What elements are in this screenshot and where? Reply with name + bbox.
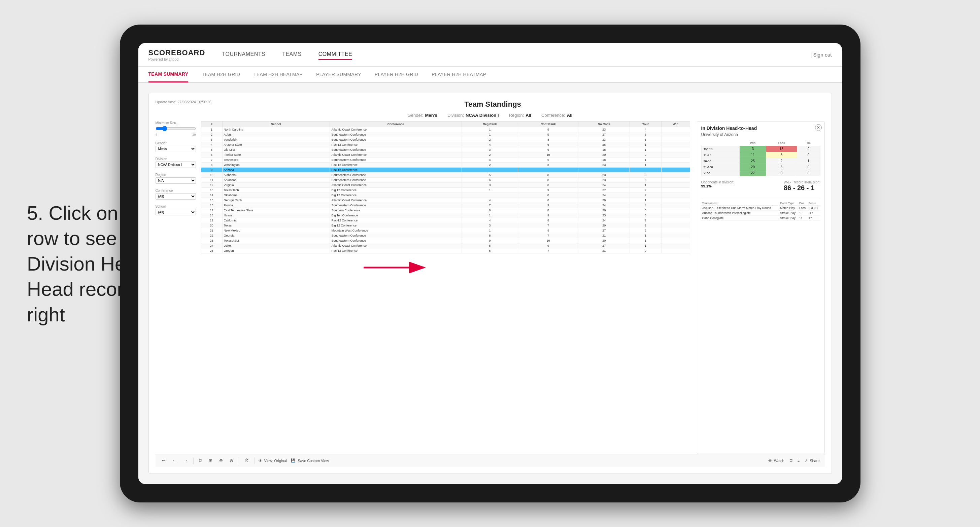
cell-no-rnds: 24 xyxy=(578,193,630,198)
table-row[interactable]: 25 Oregon Pac-12 Conference 5 7 21 0 xyxy=(201,248,690,253)
conference-select[interactable]: (All) xyxy=(156,193,196,200)
col-conf-rank: Conf Rank xyxy=(518,122,578,127)
cell-school: Texas Tech xyxy=(222,188,330,193)
toolbar-minus[interactable]: ⊖ xyxy=(228,457,235,464)
table-row[interactable]: 7 Tennessee Southeastern Conference 4 6 … xyxy=(201,157,690,162)
table-row[interactable]: 13 Texas Tech Big 12 Conference 1 9 27 2 xyxy=(201,188,690,193)
table-row[interactable]: 17 East Tennessee State Southern Confere… xyxy=(201,208,690,213)
toolbar-forward[interactable]: → xyxy=(182,457,189,464)
table-row[interactable]: 20 Texas Big 12 Conference 3 7 20 2 xyxy=(201,223,690,228)
toolbar-grid-icon: ⊡ xyxy=(789,458,792,463)
cell-school: Ole Miss xyxy=(222,148,330,152)
cell-no-rnds: 24 xyxy=(578,203,630,208)
region-filter-display: Region: All xyxy=(509,113,531,118)
cell-tour: 1 xyxy=(630,198,662,203)
nav-tournaments[interactable]: TOURNAMENTS xyxy=(222,49,265,60)
navbar: SCOREBOARD Powered by clippd TOURNAMENTS… xyxy=(138,43,842,67)
cell-tour: 1 xyxy=(630,148,662,152)
update-time: Update time: 27/03/2024 16:56:26 xyxy=(156,100,212,104)
table-row[interactable]: 9 Arizona Pac-12 Conference xyxy=(201,168,690,173)
table-row[interactable]: 2 Auburn Southeastern Conference 1 9 27 … xyxy=(201,132,690,137)
table-row[interactable]: 24 Duke Atlantic Coast Conference 5 9 27… xyxy=(201,243,690,248)
t-col-type: Event Type xyxy=(779,201,798,206)
cell-reg-rank: 5 xyxy=(461,173,518,178)
table-row[interactable]: 6 Florida State Atlantic Coast Conferenc… xyxy=(201,152,690,157)
min-rounds-slider[interactable] xyxy=(156,125,196,132)
table-row[interactable]: 21 New Mexico Mountain West Conference 1… xyxy=(201,228,690,233)
toolbar-clock[interactable]: ⏱ xyxy=(243,457,250,464)
gender-select[interactable]: Men's Women's xyxy=(156,146,196,152)
table-row[interactable]: 12 Virginia Atlantic Coast Conference 3 … xyxy=(201,183,690,188)
subnav-team-summary[interactable]: TEAM SUMMARY xyxy=(148,67,189,83)
toolbar-share[interactable]: ↗ Share xyxy=(805,458,819,463)
table-row[interactable]: 18 Illinois Big Ten Conference 1 9 23 3 xyxy=(201,213,690,218)
table-row[interactable]: 4 Arizona State Pac-12 Conference 4 6 26… xyxy=(201,142,690,148)
nav-committee[interactable]: COMMITTEE xyxy=(318,49,353,60)
cell-conference: Southern Conference xyxy=(330,208,461,213)
table-row[interactable]: 8 Washington Pac-12 Conference 2 8 23 1 xyxy=(201,162,690,168)
table-row[interactable]: 16 Florida Southeastern Conference 7 9 2… xyxy=(201,203,690,208)
logo-subtitle: Powered by clippd xyxy=(148,57,205,61)
cell-win xyxy=(662,188,690,193)
toolbar-undo[interactable]: ↩ xyxy=(161,457,167,464)
table-row[interactable]: 3 Vanderbilt Southeastern Conference 2 8… xyxy=(201,137,690,142)
division-filter-display: Division: NCAA Division I xyxy=(447,113,499,118)
cell-no-rnds: 20 xyxy=(578,208,630,213)
school-select[interactable]: (All) xyxy=(156,209,196,215)
table-row[interactable]: 11 Arkansas Southeastern Conference 6 8 … xyxy=(201,178,690,183)
cell-reg-rank xyxy=(461,193,518,198)
division-select[interactable]: NCAA Division I NCAA Division II xyxy=(156,162,196,168)
table-row[interactable]: 15 Georgia Tech Atlantic Coast Conferenc… xyxy=(201,198,690,203)
nav-teams[interactable]: TEAMS xyxy=(282,49,302,60)
cell-school: Auburn xyxy=(222,132,330,137)
table-row[interactable]: 14 Oklahoma Big 12 Conference 8 24 2 xyxy=(201,193,690,198)
subnav-player-h2h-grid[interactable]: PLAYER H2H GRID xyxy=(375,67,418,82)
subnav-player-h2h-heatmap[interactable]: PLAYER H2H HEATMAP xyxy=(431,67,486,82)
cell-reg-rank: 4 xyxy=(461,142,518,148)
subnav-player-summary[interactable]: PLAYER SUMMARY xyxy=(316,67,361,82)
h2h-rank-label: Top 10 xyxy=(701,146,740,152)
toolbar-watch[interactable]: 👁 Watch xyxy=(768,458,784,463)
subnav-team-h2h-heatmap[interactable]: TEAM H2H HEATMAP xyxy=(253,67,303,82)
cell-school: New Mexico xyxy=(222,228,330,233)
cell-conference: Atlantic Coast Conference xyxy=(330,152,461,157)
subnav-team-h2h-grid[interactable]: TEAM H2H GRID xyxy=(202,67,240,82)
table-row[interactable]: 5 Ole Miss Southeastern Conference 3 6 1… xyxy=(201,148,690,152)
sign-out-link[interactable]: | Sign out xyxy=(810,52,832,57)
cell-num: 6 xyxy=(201,152,222,157)
cell-tour: 5 xyxy=(630,137,662,142)
cell-win xyxy=(662,218,690,223)
cell-win xyxy=(662,193,690,198)
toolbar-back[interactable]: ← xyxy=(171,457,178,464)
h2h-row: 11-25 11 8 0 xyxy=(701,152,820,158)
toolbar-sep-2 xyxy=(239,457,239,464)
toolbar-add[interactable]: ⊕ xyxy=(218,457,224,464)
table-row[interactable]: 1 North Carolina Atlantic Coast Conferen… xyxy=(201,127,690,132)
school-filter: School (All) xyxy=(156,205,196,215)
cell-no-rnds: 20 xyxy=(578,238,630,243)
table-row[interactable]: 23 Texas A&M Southeastern Conference 9 1… xyxy=(201,238,690,243)
cell-conference: Atlantic Coast Conference xyxy=(330,198,461,203)
toolbar-icon1[interactable]: ⊡ xyxy=(789,458,792,463)
table-row[interactable]: 19 California Pac-12 Conference 4 8 24 2 xyxy=(201,218,690,223)
toolbar-copy[interactable]: ⧉ xyxy=(197,457,203,464)
toolbar-save-custom[interactable]: 💾 Save Custom View xyxy=(291,458,329,463)
cell-num: 25 xyxy=(201,248,222,253)
cell-conf-rank: 9 xyxy=(518,188,578,193)
cell-conf-rank: 8 xyxy=(518,137,578,142)
gender-filter: Gender Men's Women's xyxy=(156,141,196,152)
standings-table-container: # School Conference Reg Rank Conf Rank N… xyxy=(201,121,690,454)
toolbar-icon2[interactable]: ≡ xyxy=(797,458,800,463)
h2h-loss: 0 xyxy=(766,170,797,176)
close-button[interactable]: ✕ xyxy=(815,124,822,131)
cell-reg-rank: 7 xyxy=(461,203,518,208)
table-row[interactable]: 10 Alabama Southeastern Conference 5 8 2… xyxy=(201,173,690,178)
region-select[interactable]: N/A xyxy=(156,177,196,184)
conference-filter: Conference (All) xyxy=(156,189,196,200)
t-score: 17 xyxy=(808,216,821,221)
table-row[interactable]: 22 Georgia Southeastern Conference 8 7 2… xyxy=(201,233,690,238)
toolbar-view-original[interactable]: 👁 View: Original xyxy=(259,459,287,463)
cell-num: 9 xyxy=(201,168,222,173)
toolbar-paste[interactable]: ⊞ xyxy=(207,457,214,464)
toolbar-right: 👁 Watch ⊡ ≡ ↗ Share xyxy=(768,458,820,463)
